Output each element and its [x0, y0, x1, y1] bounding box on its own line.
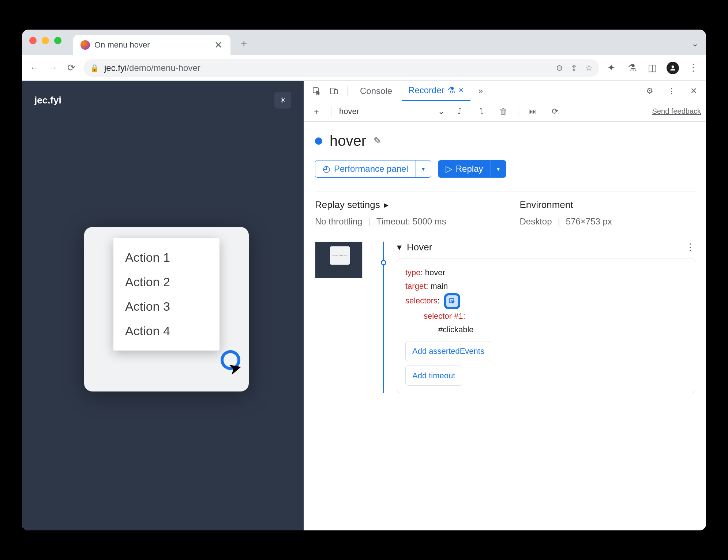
step-header[interactable]: ▾ Hover ⋮	[397, 242, 695, 253]
add-recording-icon[interactable]: ＋	[309, 104, 324, 119]
action-dropdown: Action 1 Action 2 Action 3 Action 4	[113, 238, 219, 351]
theme-toggle-icon[interactable]: ☀	[274, 92, 291, 109]
selector-picker-icon[interactable]	[444, 293, 460, 309]
throttling-value: No throttling	[315, 216, 362, 227]
maximize-window-icon[interactable]	[54, 37, 61, 44]
gauge-icon: ◴	[323, 164, 330, 174]
viewport-value: 576×753 px	[566, 216, 612, 227]
menu-item-3[interactable]: Action 3	[122, 294, 211, 319]
recording-status-icon	[315, 137, 322, 145]
device-toggle-icon[interactable]	[327, 84, 341, 98]
play-icon: ▷	[446, 164, 452, 174]
timeout-value: Timeout: 5000 ms	[376, 216, 446, 227]
address-bar: ← → ⟳ 🔒 jec.fyi/demo/menu-hover ⊖ ⇪ ☆ ✦ …	[22, 55, 706, 81]
replay-settings-row: Replay settings ▸ No throttling | Timeou…	[315, 192, 695, 234]
browser-tab[interactable]: On menu hover ✕	[73, 35, 230, 55]
minimize-window-icon[interactable]	[42, 37, 49, 44]
close-window-icon[interactable]	[29, 37, 37, 44]
lock-icon: 🔒	[90, 64, 99, 72]
titlebar: On menu hover ✕ + ⌄	[22, 30, 706, 55]
edit-title-icon[interactable]: ✎	[374, 135, 382, 147]
speed-icon[interactable]: ⟳	[548, 104, 562, 119]
forward-icon[interactable]: →	[47, 62, 59, 74]
chevron-down-icon: ⌄	[438, 107, 444, 116]
labs-icon[interactable]: ⚗	[626, 62, 638, 74]
step-name: Hover	[407, 242, 432, 253]
bookmark-icon[interactable]: ☆	[585, 63, 593, 73]
menu-item-4[interactable]: Action 4	[122, 319, 211, 343]
device-value: Desktop	[520, 216, 552, 227]
step-thumbnail[interactable]: Hover over me!	[315, 242, 363, 278]
recording-selector[interactable]: hover ⌄	[339, 106, 445, 117]
window-controls	[29, 37, 61, 44]
zoom-icon[interactable]: ⊖	[556, 63, 563, 73]
svg-point-0	[672, 65, 674, 68]
replay-settings-label[interactable]: Replay settings ▸	[315, 199, 491, 211]
svg-rect-3	[334, 90, 337, 94]
tab-console[interactable]: Console	[353, 81, 399, 101]
url-input[interactable]: 🔒 jec.fyi/demo/menu-hover ⊖ ⇪ ☆	[83, 59, 599, 77]
recorder-main: hover ✎ ◴Performance panel ▾ ▷Replay ▾	[304, 122, 706, 530]
flask-icon: ⚗	[447, 85, 455, 95]
tab-title: On menu hover	[94, 40, 208, 50]
new-tab-button[interactable]: +	[241, 38, 247, 50]
step-body: type: hover target: main selectors: sele…	[397, 258, 695, 393]
page-viewport: jec.fyi ☀ Hover over me! Action 1 Action…	[22, 81, 304, 530]
send-feedback-link[interactable]: Send feedback	[652, 107, 701, 116]
split-content: jec.fyi ☀ Hover over me! Action 1 Action…	[22, 81, 706, 530]
delete-icon[interactable]: 🗑	[496, 104, 511, 119]
side-panel-icon[interactable]: ◫	[646, 62, 658, 74]
caret-right-icon: ▸	[384, 199, 389, 211]
inspect-icon[interactable]	[309, 84, 324, 98]
back-icon[interactable]: ←	[29, 62, 41, 74]
step-menu-icon[interactable]: ⋮	[686, 242, 695, 253]
settings-gear-icon[interactable]: ⚙	[642, 84, 657, 98]
devtools-menu-icon[interactable]: ⋮	[664, 84, 679, 98]
tab-close-icon[interactable]: ✕	[458, 86, 464, 94]
devtools-tabstrip: Console Recorder ⚗ ✕ » ⚙ ⋮ ✕	[304, 81, 706, 101]
menu-item-2[interactable]: Action 2	[122, 270, 211, 294]
favicon-icon	[80, 40, 90, 50]
environment-label: Environment	[520, 199, 695, 211]
tabs-dropdown-icon[interactable]: ⌄	[691, 38, 699, 49]
site-logo[interactable]: jec.fyi	[34, 95, 61, 106]
browser-window: On menu hover ✕ + ⌄ ← → ⟳ 🔒 jec.fyi/demo…	[22, 30, 706, 530]
timeline-node-icon	[381, 260, 386, 265]
selector-value[interactable]: #clickable	[438, 323, 687, 336]
url-text: jec.fyi/demo/menu-hover	[104, 63, 200, 73]
add-asserted-events-button[interactable]: Add assertedEvents	[405, 341, 491, 361]
extensions-icon[interactable]: ✦	[605, 62, 618, 74]
replay-dropdown-icon[interactable]: ▾	[491, 160, 506, 177]
browser-menu-icon[interactable]: ⋮	[687, 62, 699, 74]
performance-panel-button[interactable]: ◴Performance panel ▾	[315, 160, 431, 178]
tab-recorder[interactable]: Recorder ⚗ ✕	[402, 81, 470, 101]
profile-avatar[interactable]	[667, 62, 679, 74]
replay-button[interactable]: ▷Replay ▾	[438, 160, 506, 178]
export-icon[interactable]: ⤴	[452, 104, 467, 119]
caret-down-icon: ▾	[397, 242, 402, 253]
devtools-close-icon[interactable]: ✕	[686, 84, 701, 98]
recording-title: hover	[330, 133, 366, 149]
devtools-panel: Console Recorder ⚗ ✕ » ⚙ ⋮ ✕ ＋ hover ⌄ ⤴…	[304, 81, 706, 530]
reload-icon[interactable]: ⟳	[65, 62, 78, 74]
menu-item-1[interactable]: Action 1	[122, 245, 211, 270]
step-icon[interactable]: ⏭	[526, 104, 540, 119]
share-icon[interactable]: ⇪	[571, 63, 577, 73]
step-timeline: Hover over me! ▾ Hover ⋮	[315, 234, 695, 393]
add-timeout-button[interactable]: Add timeout	[405, 366, 462, 386]
import-icon[interactable]: ⤵	[474, 104, 489, 119]
tab-close-icon[interactable]: ✕	[212, 39, 225, 51]
more-tabs-icon[interactable]: »	[473, 84, 488, 98]
performance-dropdown-icon[interactable]: ▾	[416, 160, 431, 177]
recorder-toolbar: ＋ hover ⌄ ⤴ ⤵ 🗑 ⏭ ⟳ Send feedback	[304, 101, 706, 122]
